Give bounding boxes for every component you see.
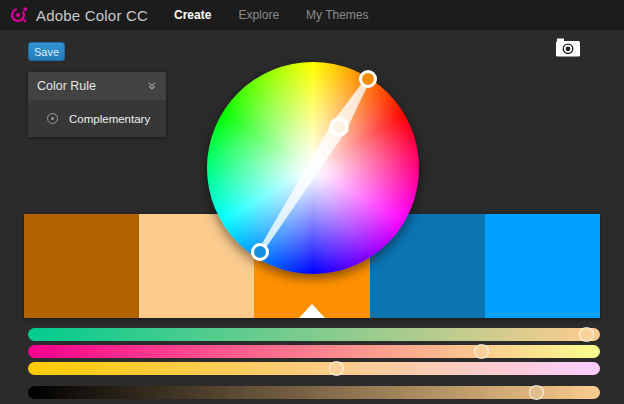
- nav-tab-create[interactable]: Create: [174, 8, 211, 22]
- adobe-color-logo-icon[interactable]: [9, 5, 29, 25]
- brightness-slider-handle[interactable]: [529, 385, 544, 400]
- nav-tab-explore[interactable]: Explore: [238, 8, 279, 22]
- adobe-color-app: Adobe Color CC Create Explore My Themes …: [0, 0, 624, 404]
- brightness-slider[interactable]: [28, 386, 600, 399]
- rule-option-label: Complementary: [69, 113, 150, 125]
- color-rule-header[interactable]: Color Rule »: [28, 72, 166, 100]
- green-slider[interactable]: [28, 345, 600, 358]
- color-rule-label: Color Rule: [37, 79, 96, 93]
- radio-circle-icon: [47, 113, 58, 124]
- topbar: Adobe Color CC Create Explore My Themes: [0, 0, 624, 30]
- swatch-5[interactable]: [485, 214, 600, 318]
- color-wheel[interactable]: [207, 62, 419, 274]
- app-title: Adobe Color CC: [36, 7, 148, 24]
- red-slider[interactable]: [28, 328, 600, 341]
- color-rule-option-complementary[interactable]: Complementary: [28, 100, 166, 137]
- save-button[interactable]: Save: [28, 42, 65, 61]
- swatch-1[interactable]: [24, 214, 139, 318]
- nav-tab-my-themes[interactable]: My Themes: [306, 8, 368, 22]
- red-slider-handle[interactable]: [579, 327, 594, 342]
- camera-icon[interactable]: [555, 37, 581, 59]
- selected-swatch-marker: [299, 304, 325, 318]
- green-slider-handle[interactable]: [474, 344, 489, 359]
- color-rule-panel: Color Rule » Complementary: [28, 72, 166, 137]
- top-navigation: Create Explore My Themes: [174, 8, 369, 22]
- blue-slider[interactable]: [28, 362, 600, 375]
- double-chevron-down-icon: »: [146, 82, 160, 90]
- blue-slider-handle[interactable]: [329, 361, 344, 376]
